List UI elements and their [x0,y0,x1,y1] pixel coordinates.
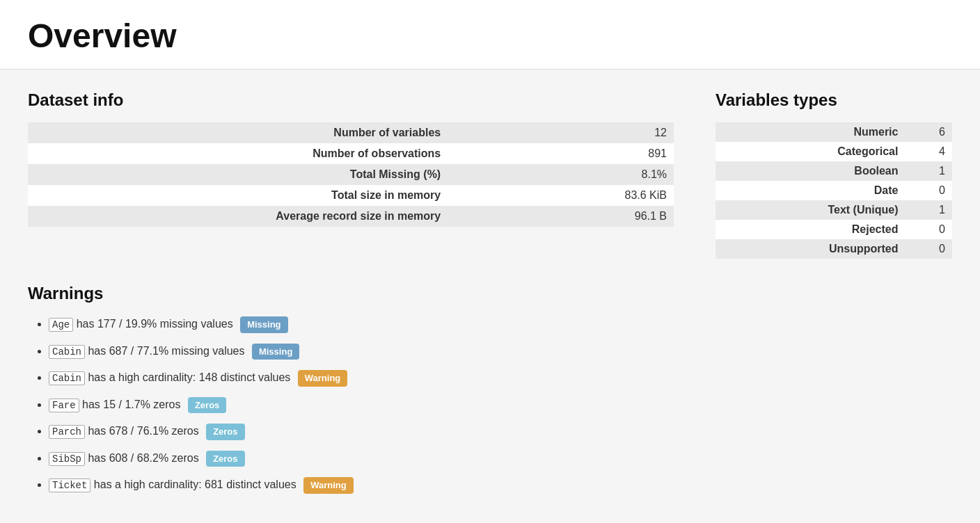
row-label: Numeric [716,122,905,142]
table-row: Text (Unique)1 [716,200,952,220]
row-value: 1 [905,200,952,220]
warnings-list: Age has 177 / 19.9% missing values Missi… [28,316,952,494]
row-label: Total Missing (%) [28,164,448,185]
list-item: Cabin has a high cardinality: 148 distin… [49,369,952,387]
table-row: Date0 [716,181,952,200]
warning-code: Cabin [49,345,85,359]
warning-badge: Zeros [206,451,244,467]
row-label: Text (Unique) [716,200,905,220]
dataset-info-table: Number of variables12Number of observati… [28,122,674,227]
dataset-info-section: Dataset info Number of variables12Number… [28,90,674,259]
table-row: Boolean1 [716,161,952,181]
table-row: Rejected0 [716,220,952,239]
row-value: 96.1 B [448,206,674,227]
warning-text: has 678 / 76.1% zeros [85,425,202,437]
row-value: 891 [448,143,674,164]
warning-code: Ticket [49,478,90,492]
table-row: Average record size in memory96.1 B [28,206,674,227]
list-item: SibSp has 608 / 68.2% zeros Zeros [49,450,952,467]
warning-badge: Zeros [188,397,226,414]
warning-text: has 687 / 77.1% missing values [85,345,248,357]
row-value: 0 [905,220,952,239]
warning-text: has a high cardinality: 148 distinct val… [85,371,294,383]
row-label: Unsupported [716,239,905,259]
list-item: Fare has 15 / 1.7% zeros Zeros [49,396,952,414]
row-value: 8.1% [448,164,674,185]
row-label: Number of variables [28,122,448,143]
row-label: Number of observations [28,143,448,164]
row-label: Boolean [716,161,905,181]
warnings-section: Warnings Age has 177 / 19.9% missing val… [28,284,952,494]
page-title: Overview [28,17,952,55]
row-value: 83.6 KiB [448,185,674,206]
warning-code: Parch [49,425,85,439]
warning-text: has a high cardinality: 681 distinct val… [90,478,299,490]
row-label: Rejected [716,220,905,239]
table-row: Number of variables12 [28,122,674,143]
table-row: Number of observations891 [28,143,674,164]
warning-text: has 608 / 68.2% zeros [85,452,202,464]
row-value: 1 [905,161,952,181]
row-label: Average record size in memory [28,206,448,227]
warning-code: Cabin [49,371,85,385]
warning-code: Fare [49,399,79,412]
row-label: Date [716,181,905,200]
row-label: Total size in memory [28,185,448,206]
variables-types-section: Variables types Numeric6Categorical4Bool… [716,90,952,259]
table-row: Total size in memory83.6 KiB [28,185,674,206]
row-value: 0 [905,239,952,259]
table-row: Categorical4 [716,142,952,161]
variables-types-title: Variables types [716,90,952,110]
variables-types-table: Numeric6Categorical4Boolean1Date0Text (U… [716,122,952,259]
warning-code: Age [49,318,73,332]
table-row: Total Missing (%)8.1% [28,164,674,185]
warning-badge: Missing [240,316,287,333]
warning-badge: Warning [298,370,348,387]
warning-code: SibSp [49,452,85,466]
row-value: 12 [448,122,674,143]
dataset-info-title: Dataset info [28,90,674,110]
warning-badge: Missing [252,344,299,360]
table-row: Numeric6 [716,122,952,142]
row-value: 4 [905,142,952,161]
list-item: Parch has 678 / 76.1% zeros Zeros [49,423,952,440]
warnings-title: Warnings [28,284,952,303]
list-item: Age has 177 / 19.9% missing values Missi… [49,316,952,333]
list-item: Cabin has 687 / 77.1% missing values Mis… [49,343,952,360]
row-value: 6 [905,122,952,142]
row-label: Categorical [716,142,905,161]
warning-text: has 15 / 1.7% zeros [79,399,184,410]
table-row: Unsupported0 [716,239,952,259]
row-value: 0 [905,181,952,200]
warning-text: has 177 / 19.9% missing values [73,318,236,330]
warning-badge: Warning [303,477,354,494]
list-item: Ticket has a high cardinality: 681 disti… [49,476,952,494]
warning-badge: Zeros [206,424,244,440]
page-header: Overview [0,0,980,70]
